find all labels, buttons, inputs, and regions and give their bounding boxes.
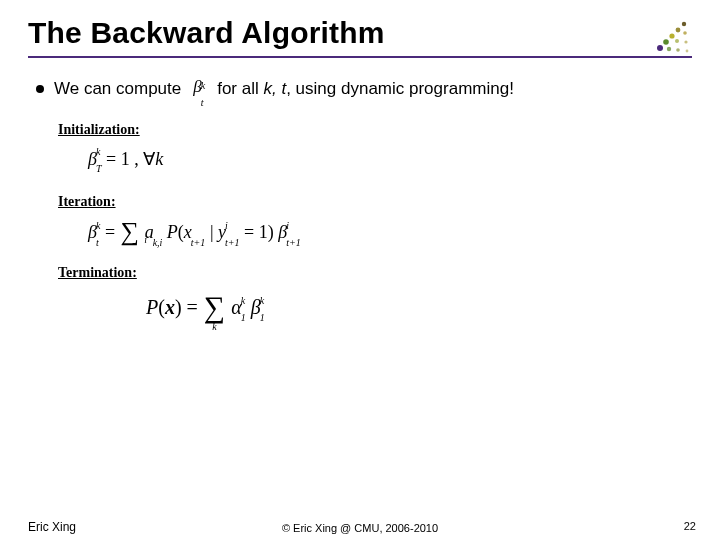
- copyright-text: © Eric Xing @ CMU, 2006-2010: [282, 522, 438, 534]
- initialization-label: Initialization:: [58, 122, 684, 138]
- svg-point-9: [684, 40, 687, 43]
- bullet-prefix: We can compute: [54, 78, 181, 99]
- iteration-label: Iteration:: [58, 194, 684, 210]
- dots-logo-icon: [650, 14, 692, 56]
- title-rule: [28, 56, 692, 58]
- svg-point-5: [667, 47, 671, 51]
- svg-point-0: [657, 45, 663, 51]
- beta-symbol: βkt: [191, 76, 207, 102]
- termination-formula: P(x) = ∑k αk1 βk1: [146, 293, 684, 322]
- svg-point-2: [669, 33, 674, 38]
- iteration-formula: βkt = ∑i a k,i P(x t+1 | yit+1 = 1) βit+…: [88, 220, 684, 245]
- svg-point-4: [682, 22, 686, 26]
- bullet-suffix: for all k, t, using dynamic programming!: [217, 78, 514, 99]
- termination-label: Termination:: [58, 265, 684, 281]
- svg-point-10: [686, 50, 689, 53]
- svg-point-7: [683, 31, 687, 35]
- page-number: 22: [684, 520, 696, 532]
- svg-point-1: [663, 39, 669, 45]
- bullet-dot-icon: [36, 85, 44, 93]
- main-bullet: We can compute βkt for all k, t, using d…: [36, 76, 684, 102]
- slide-title: The Backward Algorithm: [28, 16, 385, 50]
- slide-body: We can compute βkt for all k, t, using d…: [28, 70, 692, 322]
- author-name: Eric Xing: [28, 520, 76, 534]
- svg-point-3: [676, 28, 681, 33]
- svg-point-8: [676, 48, 680, 52]
- svg-point-6: [675, 39, 679, 43]
- initialization-formula: βkT = 1 , ∀k: [88, 148, 684, 170]
